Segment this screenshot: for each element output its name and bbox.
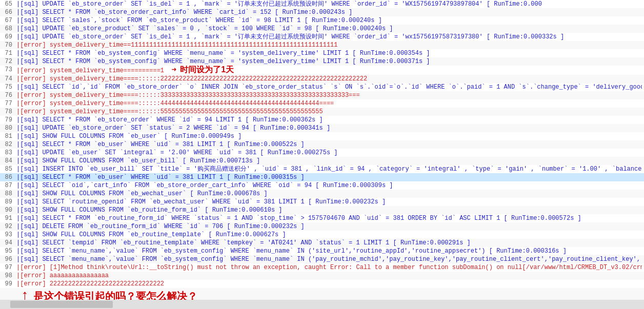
log-line: 99 |[error] 2222222222222222222222222222… [0, 280, 644, 288]
line-number: 77 [2, 99, 16, 108]
sql-text: |[sql] SHOW FULL COLUMNS FROM `eb_user` … [16, 133, 242, 140]
line-content: |[sql] SELECT `routine_openid` FROM `eb_… [16, 198, 642, 206]
log-line: 73 |[error] system_delivery_time========… [0, 66, 644, 75]
line-content: |[sql] SELECT * FROM `eb_store_order_car… [16, 8, 642, 16]
line-number: 86 [2, 173, 16, 181]
line-content: |[sql] SELECT `sales`,`stock` FROM `eb_s… [16, 16, 642, 25]
error-text: |[error] system_delivery_time====::::::4… [16, 100, 334, 107]
log-line: 97 |[error] [1]Method think\route\Url::_… [0, 263, 644, 272]
sql-text: |[sql] INSERT INTO `eb_user_bill` SET `t… [16, 166, 642, 173]
sql-text: |[sql] SELECT * FROM `eb_routine_form_id… [16, 215, 581, 222]
log-line: 96 |[sql] SELECT `menu_name`,`value` FRO… [0, 255, 644, 263]
log-line: 78 |[error] system_delivery_time====::::… [0, 108, 644, 116]
log-line: 66 |[sql] SELECT * FROM `eb_store_order_… [0, 8, 644, 16]
line-number: 90 [2, 206, 16, 214]
line-number: 80 [2, 124, 16, 132]
log-line: 87 |[sql] SELECT `oid`,`cart_info` FROM … [0, 181, 644, 190]
log-line: 93 |[sql] SHOW FULL COLUMNS FROM `eb_rou… [0, 231, 644, 239]
line-content: |[error] [1]Method think\route\Url::__to… [16, 263, 642, 272]
sql-text: |[sql] SELECT `id`,`id` FROM `eb_store_o… [16, 84, 642, 91]
log-line: 67 |[sql] SELECT `sales`,`stock` FROM `e… [0, 16, 644, 25]
line-content: |[sql] SHOW FULL COLUMNS FROM `eb_routin… [16, 231, 642, 239]
line-number: 70 [2, 41, 16, 49]
sql-text: |[sql] SELECT `oid`,`cart_info` FROM `eb… [16, 182, 393, 189]
line-number: 65 [2, 0, 16, 8]
sql-text: |[sql] SELECT * FROM `eb_system_config` … [16, 50, 430, 57]
line-number: 67 [2, 16, 16, 25]
line-content: |[error] system_delivery_time====::::::2… [16, 75, 642, 83]
error-text: |[error] system_delivery_time==========1 [16, 67, 164, 74]
log-line: 69 |[sql] UPDATE `eb_store_order` SET `i… [0, 33, 644, 41]
line-content: |[sql] SHOW FULL COLUMNS FROM `eb_wechat… [16, 190, 642, 198]
log-line: 74 |[error] system_delivery_time====::::… [0, 75, 644, 83]
line-content: |[sql] SELECT * FROM `eb_routine_form_id… [16, 214, 642, 222]
sql-text: |[sql] SELECT `menu_name`,`value` FROM `… [16, 248, 567, 255]
line-content: |[sql] SELECT * FROM `eb_user` WHERE `ui… [16, 173, 642, 181]
error-text: |[error] system_delivery_time====::::::5… [16, 108, 323, 115]
log-container: 65 |[sql] UPDATE `eb_store_order` SET `i… [0, 0, 644, 309]
log-line: 94 |[sql] SELECT `tempid` FROM `eb_routi… [0, 239, 644, 247]
log-line: 89 |[sql] SELECT `routine_openid` FROM `… [0, 198, 644, 206]
sql-text: |[sql] SELECT * FROM `eb_user` WHERE `ui… [16, 174, 305, 181]
log-line: 75 |[sql] SELECT `id`,`id` FROM `eb_stor… [0, 83, 644, 91]
line-content: |[error] system_delivery_time====::::::4… [16, 99, 642, 108]
log-line: 68 |[sql] UPDATE `eb_store_product` SET … [0, 25, 644, 33]
line-content: |[sql] SHOW FULL COLUMNS FROM `eb_user_b… [16, 157, 642, 165]
line-number: 66 [2, 8, 16, 16]
sql-text: |[sql] SELECT * FROM `eb_system_config` … [16, 58, 430, 65]
line-content: |[error] 2222222222222222222222222222222 [16, 280, 642, 288]
line-number: 69 [2, 33, 16, 41]
arrow-annotation: 时间设为了1天 [180, 66, 234, 74]
log-line: 79 |[sql] SELECT * FROM `eb_store_order`… [0, 116, 644, 124]
line-number: 83 [2, 149, 16, 157]
line-number: 95 [2, 247, 16, 255]
log-line: 83 |[sql] UPDATE `eb_user` SET `integral… [0, 149, 644, 157]
sql-text: |[sql] SHOW FULL COLUMNS FROM `eb_wechat… [16, 190, 268, 197]
log-line: 65 |[sql] UPDATE `eb_store_order` SET `i… [0, 0, 644, 8]
error-text: |[error] system_delivery_time====::::::3… [16, 92, 360, 99]
line-content: |[sql] UPDATE `eb_store_order` SET `is_d… [16, 33, 642, 41]
line-content: |[sql] UPDATE `eb_store_order` SET `stat… [16, 124, 642, 132]
line-content: |[sql] UPDATE `eb_store_order` SET `is_d… [16, 0, 642, 8]
line-number: 73 [2, 66, 16, 74]
sql-text: |[sql] SELECT `routine_openid` FROM `eb_… [16, 198, 386, 205]
line-content: |[sql] SELECT * FROM `eb_system_config` … [16, 57, 642, 66]
log-line: 80 |[sql] UPDATE `eb_store_order` SET `s… [0, 124, 644, 132]
sql-text: |[sql] SELECT `menu_name`,`value` FROM `… [16, 256, 642, 263]
error-text: |[error] aaaaaaaaaaaaaaaa [16, 272, 109, 279]
line-content: |[sql] SHOW FULL COLUMNS FROM `eb_user` … [16, 132, 642, 140]
line-number: 72 [2, 57, 16, 66]
sql-text: |[sql] DELETE FROM `eb_routine_form_id` … [16, 223, 305, 230]
line-content: |[sql] SELECT `menu_name`,`value` FROM `… [16, 255, 642, 263]
line-number: 97 [2, 263, 16, 272]
log-line: 81 |[sql] SHOW FULL COLUMNS FROM `eb_use… [0, 132, 644, 140]
line-number: 82 [2, 140, 16, 149]
log-line: 88 |[sql] SHOW FULL COLUMNS FROM `eb_wec… [0, 190, 644, 198]
log-line: 92 |[sql] DELETE FROM `eb_routine_form_i… [0, 222, 644, 231]
line-content: |[error] system_delivery_time====::::::5… [16, 108, 642, 116]
sql-text: |[sql] UPDATE `eb_user` SET `integral` =… [16, 149, 338, 156]
line-number: 78 [2, 108, 16, 116]
line-content: |[sql] INSERT INTO `eb_user_bill` SET `t… [16, 165, 642, 173]
line-number: 89 [2, 198, 16, 206]
log-line: 91 |[sql] SELECT * FROM `eb_routine_form… [0, 214, 644, 222]
log-line: 86 |[sql] SELECT * FROM `eb_user` WHERE … [0, 173, 644, 181]
sql-text: |[sql] SELECT * FROM `eb_store_order_car… [16, 9, 352, 16]
log-line: 95 |[sql] SELECT `menu_name`,`value` FRO… [0, 247, 644, 255]
line-number: 68 [2, 25, 16, 33]
error-text: |[error] system_delivery_time====::::::2… [16, 75, 367, 83]
line-number: 87 [2, 181, 16, 190]
horizontal-scrollbar-thumb[interactable] [10, 301, 113, 308]
log-line: 85 |[sql] INSERT INTO `eb_user_bill` SET… [0, 165, 644, 173]
line-number: 81 [2, 132, 16, 140]
arrow-right-icon: ➜ [171, 66, 176, 75]
line-number: 99 [2, 280, 16, 288]
bottom-scrollbar[interactable] [0, 300, 644, 309]
line-number: 74 [2, 75, 16, 83]
line-number: 96 [2, 255, 16, 263]
bottom-annotation-text: 是这个错误引起的吗？要怎么解决？ [33, 292, 197, 300]
line-number: 94 [2, 239, 16, 247]
line-content: |[sql] SELECT `id`,`id` FROM `eb_store_o… [16, 83, 642, 91]
log-line: 84 |[sql] SHOW FULL COLUMNS FROM `eb_use… [0, 157, 644, 165]
line-content: |[error] aaaaaaaaaaaaaaaa [16, 272, 642, 280]
